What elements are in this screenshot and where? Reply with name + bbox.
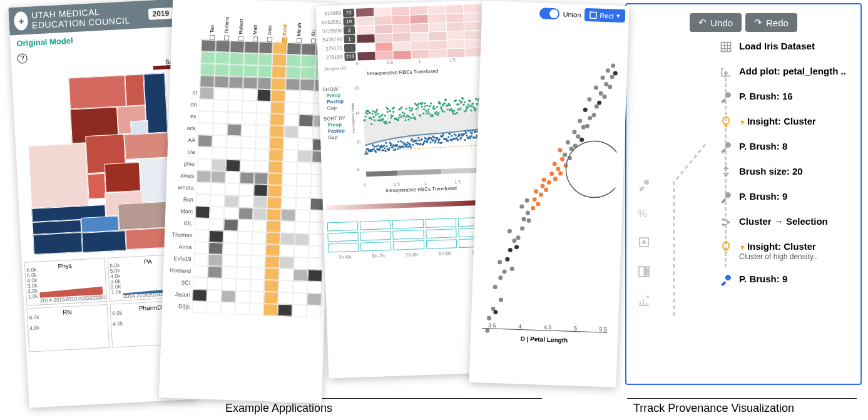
svg-rect-585 [722,43,731,52]
svg-point-582 [642,240,646,244]
matrix-col[interactable]: Teo [200,2,216,40]
provenance-node[interactable]: P. Brush: 16 [719,91,849,103]
utah-map[interactable] [25,73,178,255]
filter-option[interactable]: Postop [327,98,348,105]
svg-text:18: 18 [354,86,359,90]
svg-point-498 [464,139,466,141]
filter-option[interactable]: Preop [327,92,348,98]
svg-text:2020: 2020 [77,295,89,302]
matrix-col[interactable]: Matt [243,4,259,42]
svg-text:1.0k: 1.0k [111,289,121,295]
scatter-plot[interactable]: 3.54 4.55 5.5 D | Petal Length [478,22,621,346]
svg-point-260 [411,107,413,109]
svg-line-49 [367,111,368,145]
matrix-col[interactable]: Tamara [215,3,230,41]
node-label: Cluster → Selection [739,216,828,227]
mini-chart-rn[interactable]: RN 6.0k 4.0k [27,304,110,352]
undo-button[interactable]: ↶ Undo [690,13,742,32]
node-label: ▼Insight: ClusterCluster of high density… [739,241,817,261]
help-icon[interactable]: ? [17,53,28,64]
svg-point-592 [725,275,730,280]
svg-point-335 [427,108,429,110]
svg-point-359 [432,105,434,107]
matrix-col[interactable]: Robert [229,3,245,41]
node-label: P. Brush: 8 [739,141,787,152]
svg-point-423 [447,136,449,138]
svg-line-349 [432,115,432,136]
provenance-node[interactable]: Brush size: 20 [719,166,849,178]
provenance-node[interactable]: P. Brush: 9 [719,274,849,286]
svg-point-99 [377,145,379,146]
brush-icon [719,191,733,203]
svg-line-55 [368,111,369,145]
svg-point-158 [389,110,391,112]
svg-point-204 [400,140,402,142]
filter-option[interactable]: Preop [327,121,349,128]
svg-line-127 [384,121,385,143]
filter-option[interactable]: Postop [328,128,349,134]
brush-icon [719,274,733,286]
mini-chart-phys[interactable]: Phys 6.0k5.0k 4.0k3.0k 2.0k1.0k 20142016… [24,258,107,306]
provenance-node[interactable]: Load Iris Dataset [719,41,849,53]
svg-line-376 [438,115,439,135]
branch-chart-icon [636,293,651,308]
provenance-tree[interactable]: % Load Iris DatasetAdd plot: petal_lengt… [638,41,849,286]
svg-line-175 [394,108,395,141]
node-label: ▼Insight: Cluster [739,116,816,127]
union-toggle[interactable] [539,8,559,19]
matrix-col[interactable]: Krist [272,4,288,43]
svg-point-329 [426,105,428,106]
brush-icon [719,141,733,153]
matrix-col[interactable]: Micah [287,5,302,43]
svg-point-288 [418,140,420,141]
filter-option[interactable]: Gap [327,105,348,111]
svg-point-586 [725,93,730,98]
svg-point-438 [451,135,452,136]
provenance-node[interactable]: Cluster → Selection [719,216,849,228]
sort-title: SORT BY [324,115,352,122]
svg-point-503 [464,101,466,103]
brush-circle[interactable] [564,140,621,198]
plus-icon [719,66,733,78]
provenance-node[interactable]: Add plot: petal_length .. [719,66,849,78]
branch-line [665,142,709,330]
svg-point-129 [384,147,385,149]
svg-line-70 [372,124,372,144]
svg-text:2018: 2018 [148,291,161,298]
hemoglobin-plot[interactable]: 18 14 10 6 Hemoglobin Value [351,79,487,183]
svg-line-463 [457,113,457,132]
matrix-col[interactable]: Alex [258,4,273,42]
filter-option[interactable]: Gap [328,134,349,140]
node-label: Load Iris Dataset [739,41,815,52]
provenance-node[interactable]: P. Brush: 9 [719,191,849,203]
bulb-icon [719,116,733,128]
svg-text:2016: 2016 [53,296,66,303]
svg-point-90 [375,145,377,147]
svg-point-258 [412,144,414,146]
svg-text:14: 14 [355,111,360,115]
node-label: Brush size: 20 [739,166,803,177]
svg-line-529 [471,110,472,130]
svg-point-104 [377,113,379,115]
provenance-node[interactable]: P. Brush: 8 [719,141,849,153]
grid-icon [719,41,733,53]
svg-line-544 [474,109,475,130]
x-axis-label: D | Petal Length [520,335,568,344]
utah-title: UTAH MEDICAL EDUCATION COUNCIL [31,4,146,31]
svg-point-339 [429,141,431,143]
svg-point-39 [364,153,366,155]
svg-point-224 [404,113,406,115]
node-label: P. Brush: 9 [739,274,787,285]
rect-button[interactable]: Rect ▾ [585,8,625,23]
svg-point-134 [384,115,386,116]
redo-button[interactable]: ↷ Redo [745,13,797,32]
svg-rect-577 [590,12,596,18]
svg-line-499 [465,111,466,131]
provenance-node[interactable]: ▼Insight: Cluster [719,116,849,128]
year-selector[interactable]: 2019 [148,8,173,20]
matrix-col[interactable]: IDL [302,6,317,44]
svg-line-550 [476,109,476,130]
provenance-node[interactable]: ▼Insight: ClusterCluster of high density… [719,241,849,261]
svg-line-505 [466,111,467,131]
app-card-medical: 8109897360625811957298082547879012791712… [316,0,498,378]
